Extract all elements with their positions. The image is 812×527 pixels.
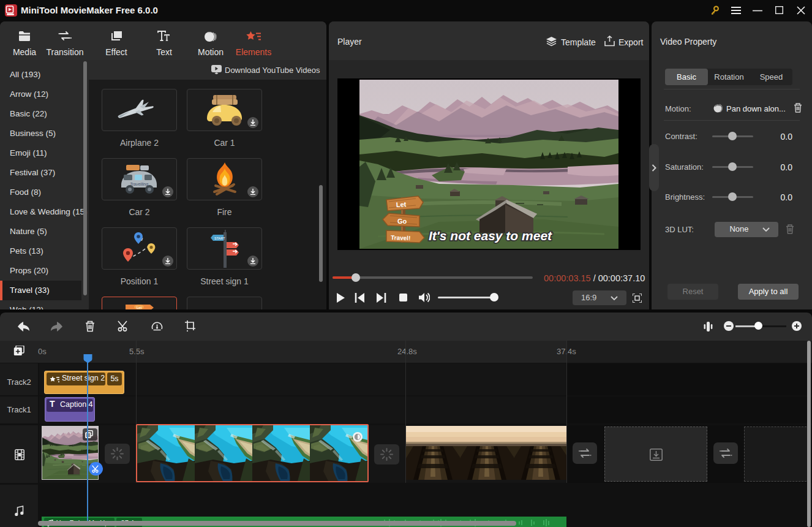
svg-text:Go: Go	[397, 218, 407, 225]
svg-text:It's not easy to meet: It's not easy to meet	[429, 229, 552, 243]
svg-text:Let: Let	[396, 200, 407, 208]
svg-text:Travel!: Travel!	[391, 234, 411, 241]
svg-text:Let: Let	[137, 306, 142, 309]
svg-text:START: START	[214, 237, 225, 240]
